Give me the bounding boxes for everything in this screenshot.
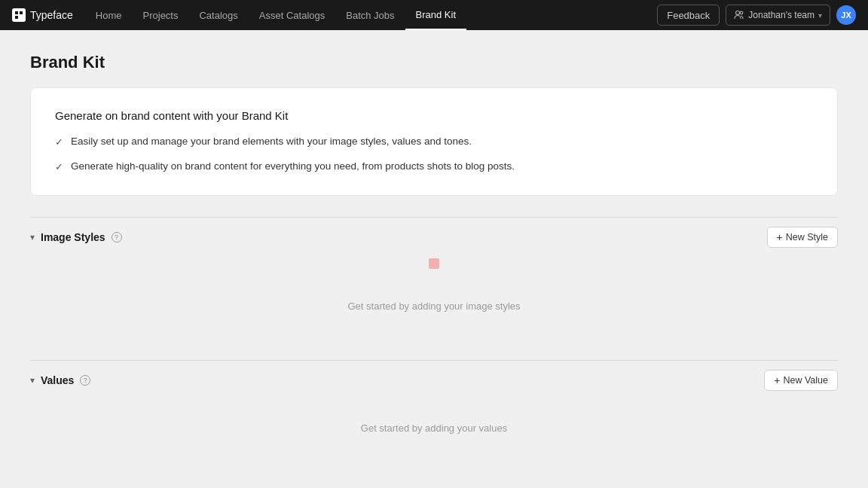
info-card-item-1: ✓ Easily set up and manage your brand el… — [55, 134, 813, 150]
info-card-items: ✓ Easily set up and manage your brand el… — [55, 134, 813, 174]
values-header-left: ▾ Values ? — [30, 374, 90, 386]
svg-rect-2 — [15, 16, 18, 19]
svg-rect-0 — [15, 11, 18, 14]
nav-projects[interactable]: Projects — [133, 0, 189, 30]
logo[interactable]: Typeface — [12, 8, 73, 22]
values-header: ▾ Values ? + New Value — [30, 360, 838, 400]
values-chevron-icon[interactable]: ▾ — [30, 375, 35, 386]
team-button[interactable]: Jonathan's team ▾ — [726, 5, 830, 26]
nav-batch-jobs[interactable]: Batch Jobs — [335, 0, 405, 30]
values-info-icon[interactable]: ? — [80, 375, 90, 386]
nav-right: Feedback Jonathan's team ▾ JX — [657, 5, 856, 26]
nav-brand-kit[interactable]: Brand Kit — [405, 0, 466, 30]
new-value-button[interactable]: + New Value — [764, 370, 838, 391]
nav-catalogs[interactable]: Catalogs — [188, 0, 248, 30]
info-card-item-2: ✓ Generate high-quality on brand content… — [55, 159, 813, 175]
image-styles-chevron-icon[interactable]: ▾ — [30, 232, 35, 242]
new-value-label: New Value — [783, 375, 828, 386]
image-styles-empty-state: Get started by adding your image styles — [30, 278, 838, 342]
info-card-title: Generate on brand content with your Bran… — [55, 109, 813, 122]
nav-asset-catalogs[interactable]: Asset Catalogs — [249, 0, 335, 30]
values-empty-state: Get started by adding your values — [30, 400, 838, 464]
main-content: Brand Kit Generate on brand content with… — [0, 30, 868, 488]
navigation: Typeface Home Projects Catalogs Asset Ca… — [0, 0, 868, 30]
values-body: Get started by adding your values — [30, 400, 838, 464]
new-style-button[interactable]: + New Style — [767, 227, 838, 248]
values-section: ▾ Values ? + New Value Get started by ad… — [30, 360, 838, 464]
page-title: Brand Kit — [30, 53, 838, 72]
avatar[interactable]: JX — [836, 5, 856, 25]
nav-home[interactable]: Home — [85, 0, 133, 30]
team-chevron-icon: ▾ — [818, 11, 822, 20]
svg-point-3 — [736, 11, 740, 15]
image-styles-section: ▾ Image Styles ? + New Style Get started… — [30, 217, 838, 342]
image-styles-info-icon[interactable]: ? — [112, 232, 122, 242]
image-styles-title: Image Styles — [41, 231, 105, 243]
logo-text: Typeface — [30, 9, 73, 21]
feedback-button[interactable]: Feedback — [657, 5, 720, 26]
decoration-square — [429, 258, 439, 269]
image-styles-header: ▾ Image Styles ? + New Style — [30, 217, 838, 257]
team-label: Jonathan's team — [748, 10, 815, 20]
new-style-label: New Style — [786, 232, 828, 242]
checkmark-icon-1: ✓ — [55, 135, 63, 150]
svg-point-4 — [741, 11, 744, 14]
nav-links: Home Projects Catalogs Asset Catalogs Ba… — [85, 0, 657, 30]
logo-icon — [12, 8, 26, 22]
team-icon — [734, 10, 744, 20]
info-card-text-1: Easily set up and manage your brand elem… — [71, 134, 472, 149]
checkmark-icon-2: ✓ — [55, 160, 63, 175]
image-styles-body: Get started by adding your image styles — [30, 257, 838, 342]
svg-rect-1 — [20, 11, 23, 14]
info-card: Generate on brand content with your Bran… — [30, 87, 838, 196]
plus-icon: + — [777, 231, 783, 243]
values-plus-icon: + — [774, 374, 780, 386]
info-card-text-2: Generate high-quality on brand content f… — [71, 159, 515, 174]
image-styles-header-left: ▾ Image Styles ? — [30, 231, 122, 243]
values-title: Values — [41, 374, 74, 386]
